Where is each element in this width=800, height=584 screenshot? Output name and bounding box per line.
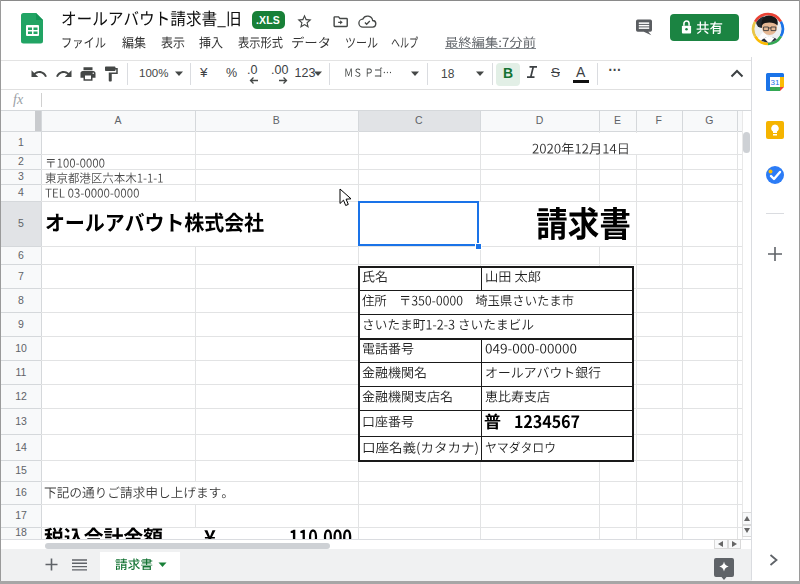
- svg-text:31: 31: [771, 78, 780, 87]
